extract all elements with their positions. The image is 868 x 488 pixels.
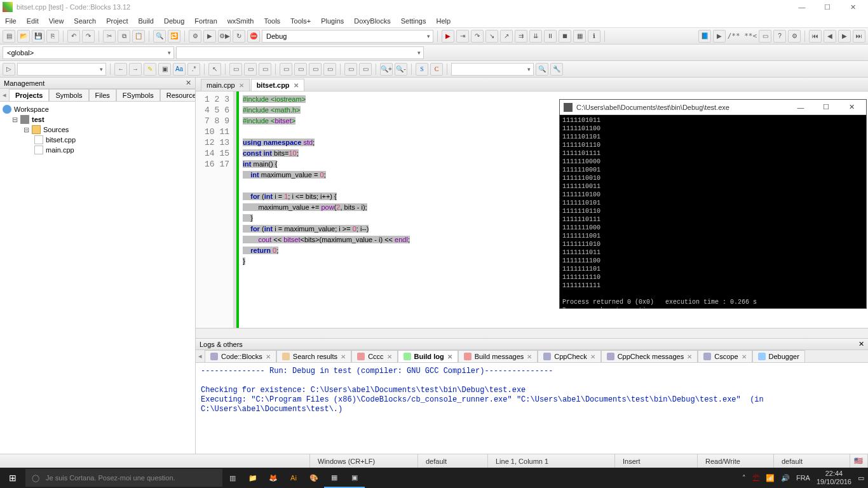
script-combo[interactable]: [17, 63, 106, 76]
tray-network-icon[interactable]: 📶: [766, 474, 775, 482]
run-script-button[interactable]: ▷: [3, 63, 15, 76]
tool-b-button[interactable]: ▭: [244, 63, 257, 76]
debug-run-to-cursor-button[interactable]: ⇥: [456, 30, 469, 43]
copy-button[interactable]: ⧉: [118, 30, 130, 43]
log-tab-cccc[interactable]: Cccc✕: [351, 350, 397, 362]
settings-button[interactable]: ⚙: [788, 30, 801, 43]
tab-resources[interactable]: Resources: [160, 89, 195, 101]
maximize-button[interactable]: ☐: [815, 3, 840, 11]
menu-debug[interactable]: Debug: [164, 17, 184, 25]
forward-button[interactable]: →: [129, 63, 142, 76]
nav-first-button[interactable]: ⏮: [809, 30, 822, 43]
tool-i-button[interactable]: ▭: [359, 63, 372, 76]
nav-prev-button[interactable]: ◀: [824, 30, 836, 43]
console-window[interactable]: C:\Users\abel\Documents\test\bin\Debug\t…: [559, 99, 867, 309]
taskbar-explorer[interactable]: 📁: [243, 468, 263, 488]
save-button[interactable]: 💾: [32, 30, 44, 43]
menu-wxsmith[interactable]: wxSmith: [227, 17, 254, 25]
tab-symbols[interactable]: Symbols: [49, 89, 88, 101]
console-minimize-button[interactable]: —: [790, 104, 811, 111]
tree-node-sources[interactable]: ⊟Sources: [3, 125, 193, 135]
tool-g-button[interactable]: ▭: [323, 63, 336, 76]
nav-last-button[interactable]: ⏭: [853, 30, 865, 43]
logs-close-icon[interactable]: ✕: [858, 340, 864, 348]
editor-tab-bitset[interactable]: bitset.cpp✕: [251, 79, 304, 91]
menu-search[interactable]: Search: [74, 17, 96, 25]
nav-next-button[interactable]: ▶: [838, 30, 851, 43]
tab-projects[interactable]: Projects: [9, 89, 49, 101]
tree-node-bitset[interactable]: bitset.cpp: [3, 135, 193, 145]
tray-chevron-icon[interactable]: ˄: [742, 474, 746, 482]
menu-project[interactable]: Project: [106, 17, 128, 25]
tray-notifications-icon[interactable]: ▭: [858, 474, 864, 482]
log-tab-codeblocks[interactable]: Code::Blocks✕: [205, 350, 276, 362]
code-editor[interactable]: 1 2 3 4 5 6 7 8 9 10 11 12 13 14 15 16 1…: [196, 92, 868, 328]
editor-tab-main[interactable]: main.cpp✕: [201, 79, 250, 91]
menu-fortran[interactable]: Fortran: [194, 17, 217, 25]
zoom-out-button[interactable]: 🔍-: [395, 63, 407, 76]
tool-h-button[interactable]: ▭: [344, 63, 357, 76]
debug-next-instr-button[interactable]: ⇉: [515, 30, 527, 43]
log-tab-cppcheckmsg[interactable]: CppCheck messages✕: [601, 350, 698, 362]
rebuild-button[interactable]: ↻: [233, 30, 245, 43]
tray-language[interactable]: FRA: [796, 474, 810, 482]
taskbar-illustrator[interactable]: Ai: [283, 468, 304, 488]
debug-windows-button[interactable]: ▦: [573, 30, 586, 43]
menu-tools[interactable]: Tools: [264, 17, 280, 25]
source-fmt-button[interactable]: S: [416, 63, 428, 76]
tree-node-project[interactable]: ⊟test: [3, 114, 193, 125]
minimize-button[interactable]: —: [789, 3, 815, 11]
valgrind-settings-button[interactable]: 🔧: [550, 63, 563, 76]
select-text-button[interactable]: Aa: [173, 63, 186, 76]
close-icon[interactable]: ✕: [294, 82, 299, 89]
log-tab-cppcheck[interactable]: CppCheck✕: [538, 350, 600, 362]
threads-combo[interactable]: [451, 63, 534, 76]
tray-volume-icon[interactable]: 🔊: [781, 474, 790, 482]
select-prev-button[interactable]: ▣: [158, 63, 171, 76]
toggle-comment-button[interactable]: ▭: [759, 30, 771, 43]
doxy-button[interactable]: 📘: [698, 30, 711, 43]
highlight-button[interactable]: ✎: [144, 63, 156, 76]
menu-settings[interactable]: Settings: [401, 17, 426, 25]
build-run-button[interactable]: ⚙▶: [218, 30, 231, 43]
tray-clock[interactable]: 22:44 19/10/2016: [817, 470, 851, 486]
debug-break-button[interactable]: ⏸: [544, 30, 557, 43]
menu-edit[interactable]: Edit: [27, 17, 39, 25]
undo-button[interactable]: ↶: [67, 30, 80, 43]
log-tab-cscope[interactable]: Cscope✕: [698, 350, 752, 362]
zoom-in-button[interactable]: 🔍+: [380, 63, 393, 76]
save-all-button[interactable]: ⎘: [46, 30, 59, 43]
tab-files[interactable]: Files: [89, 89, 116, 101]
log-tab-search[interactable]: Search results✕: [276, 350, 351, 362]
new-file-button[interactable]: ▤: [3, 30, 15, 43]
build-target-combo[interactable]: Debug: [262, 30, 433, 43]
console-maximize-button[interactable]: ☐: [815, 103, 837, 111]
log-tab-buildmsg[interactable]: Build messages✕: [458, 350, 538, 362]
build-button[interactable]: ⚙: [189, 30, 201, 43]
tab-fsymbols[interactable]: FSymbols: [116, 89, 160, 101]
menu-view[interactable]: View: [49, 17, 64, 25]
close-button[interactable]: ✕: [840, 3, 865, 11]
abort-button[interactable]: ⛔: [247, 30, 260, 43]
menu-build[interactable]: Build: [138, 17, 153, 25]
debug-next-button[interactable]: ↷: [471, 30, 484, 43]
debug-step-out-button[interactable]: ↗: [500, 30, 513, 43]
debug-step-instr-button[interactable]: ⇊: [529, 30, 542, 43]
log-tab-buildlog[interactable]: Build log✕: [398, 350, 458, 362]
debug-stop-button[interactable]: ⏹: [559, 30, 571, 43]
taskbar-firefox[interactable]: 🦊: [263, 468, 283, 488]
open-button[interactable]: 📂: [17, 30, 30, 43]
log-tabs-left-arrow[interactable]: ◂: [196, 350, 205, 362]
editor-h-scrollbar[interactable]: [196, 328, 868, 338]
menu-doxyblocks[interactable]: DoxyBlocks: [354, 17, 390, 25]
debug-start-button[interactable]: ▶: [442, 30, 454, 43]
run-button[interactable]: ▶: [203, 30, 216, 43]
taskbar-codeblocks[interactable]: ▦: [324, 468, 344, 488]
close-icon[interactable]: ✕: [239, 82, 244, 89]
menu-toolsplus[interactable]: Tools+: [290, 17, 311, 25]
scope-combo[interactable]: <global>: [3, 46, 174, 59]
management-close-icon[interactable]: ✕: [186, 79, 191, 87]
debug-info-button[interactable]: ℹ: [588, 30, 600, 43]
redo-button[interactable]: ↷: [82, 30, 95, 43]
cut-button[interactable]: ✂: [103, 30, 116, 43]
